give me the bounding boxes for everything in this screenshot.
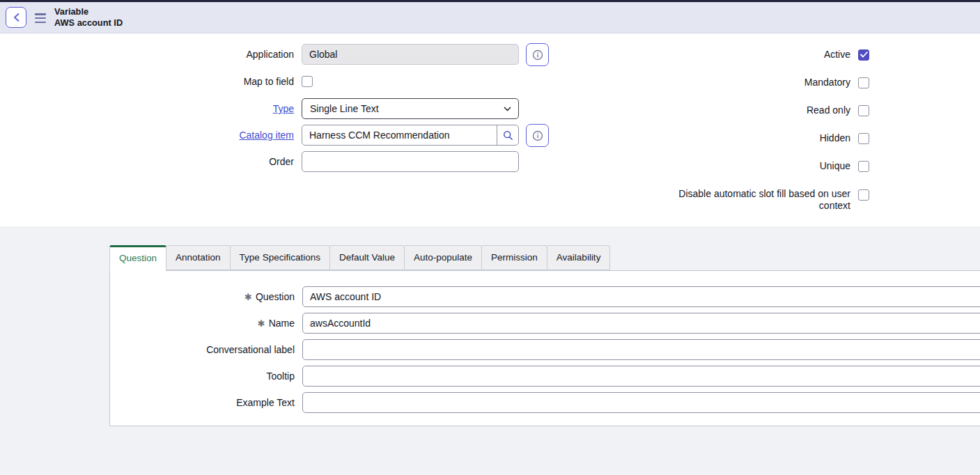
tab-strip: Question Annotation Type Specifications … [109,245,610,272]
unique-label: Unique [820,160,850,172]
order-label: Order [0,151,294,172]
tab-auto-populate[interactable]: Auto-populate [404,245,482,270]
unique-checkbox[interactable] [858,161,869,172]
question-label: Question [256,291,295,302]
tab-question[interactable]: Question [109,245,166,272]
hidden-label: Hidden [820,132,850,144]
mandatory-label: Mandatory [804,77,850,88]
info-circle-icon [532,130,543,141]
tab-type-specifications[interactable]: Type Specifications [230,245,330,270]
required-marker-icon: ✱ [244,292,252,302]
tab-annotation[interactable]: Annotation [166,245,231,270]
record-type: Variable [54,6,123,17]
catalog-item-field[interactable] [302,125,519,146]
application-info-button[interactable] [526,43,549,66]
record-name: AWS account ID [54,17,123,29]
example-text-field[interactable] [302,392,980,413]
read-only-label: Read only [807,104,850,116]
application-field[interactable] [302,44,519,65]
tab-default-value[interactable]: Default Value [329,245,405,270]
type-select-value: Single Line Text [310,103,379,114]
map-to-field-checkbox[interactable] [302,76,313,87]
example-text-label: Example Text [236,397,295,408]
catalog-item-lookup-button[interactable] [497,125,519,146]
catalog-item-info-button[interactable] [526,124,549,147]
active-label: Active [824,49,850,61]
chevron-left-icon [13,13,20,22]
map-to-field-label: Map to field [0,71,294,92]
tab-permission[interactable]: Permission [481,245,547,270]
conversational-label-label: Conversational label [206,344,295,355]
tooltip-field[interactable] [302,366,980,387]
type-select[interactable]: Single Line Text [302,98,519,119]
back-button[interactable] [6,7,26,28]
app-header: Variable AWS account ID [0,2,980,33]
active-checkbox[interactable] [858,49,869,61]
tooltip-label: Tooltip [267,371,295,382]
name-field[interactable] [302,313,980,334]
hidden-checkbox[interactable] [858,133,869,144]
required-marker-icon: ✱ [258,318,265,329]
question-field[interactable] [302,286,980,307]
conversational-label-field[interactable] [302,339,980,360]
page-title: Variable AWS account ID [54,6,123,29]
disable-slot-fill-checkbox[interactable] [858,189,869,201]
tabs-section: Question Annotation Type Specifications … [0,226,980,475]
application-label: Application [0,44,294,65]
hamburger-menu-icon[interactable] [35,13,46,23]
checkmark-icon [860,52,868,58]
order-field[interactable] [302,151,519,172]
tab-availability[interactable]: Availability [547,245,611,270]
question-tab-panel: ✱Question ✱Name Conversational label Too… [109,270,980,426]
type-link[interactable]: Type [273,103,294,114]
variable-form: Application Map to field Type Single Lin… [0,33,980,226]
name-label: Name [269,318,295,329]
disable-slot-fill-label: Disable automatic slot fill based on use… [668,188,850,212]
catalog-item-link[interactable]: Catalog item [239,130,294,141]
read-only-checkbox[interactable] [858,105,869,116]
info-circle-icon [532,49,543,61]
mandatory-checkbox[interactable] [858,77,869,88]
magnifier-icon [503,130,513,141]
chevron-down-icon [503,104,512,114]
